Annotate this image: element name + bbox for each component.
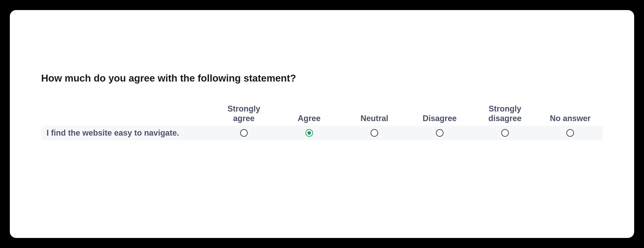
- radio-disagree[interactable]: [436, 129, 444, 137]
- column-header-disagree: Disagree: [407, 114, 472, 123]
- matrix-header-row: Strongly agree Agree Neutral Disagree St…: [41, 104, 603, 126]
- column-header-label: Disagree: [407, 114, 472, 123]
- column-header-label: No answer: [538, 114, 603, 123]
- radio-neutral[interactable]: [370, 129, 378, 137]
- radio-agree[interactable]: [306, 129, 313, 137]
- column-header-label: Agree: [276, 114, 342, 123]
- radio-no-answer[interactable]: [566, 129, 574, 137]
- radio-cell-neutral: [342, 129, 407, 137]
- column-header-label: Neutral: [342, 114, 407, 123]
- column-header-agree: Agree: [276, 114, 342, 123]
- radio-cell-agree: [276, 129, 342, 137]
- column-header-strongly-disagree: Strongly disagree: [472, 104, 538, 123]
- survey-card: How much do you agree with the following…: [10, 10, 634, 238]
- column-header-label: Strongly agree: [211, 104, 276, 123]
- column-header-no-answer: No answer: [538, 114, 603, 123]
- matrix-row: I find the website easy to navigate.: [41, 126, 603, 140]
- column-header-label: Strongly disagree: [472, 104, 538, 123]
- radio-cell-no-answer: [538, 129, 603, 137]
- radio-cell-disagree: [407, 129, 472, 137]
- radio-cell-strongly-agree: [211, 129, 276, 137]
- question-title: How much do you agree with the following…: [41, 73, 603, 84]
- radio-cell-strongly-disagree: [472, 129, 538, 137]
- radio-strongly-agree[interactable]: [240, 129, 248, 137]
- likert-matrix: Strongly agree Agree Neutral Disagree St…: [41, 104, 603, 140]
- radio-strongly-disagree[interactable]: [501, 129, 509, 137]
- column-header-strongly-agree: Strongly agree: [211, 104, 276, 123]
- row-label: I find the website easy to navigate.: [41, 128, 211, 138]
- column-header-neutral: Neutral: [342, 114, 407, 123]
- radio-dot-icon: [308, 131, 311, 135]
